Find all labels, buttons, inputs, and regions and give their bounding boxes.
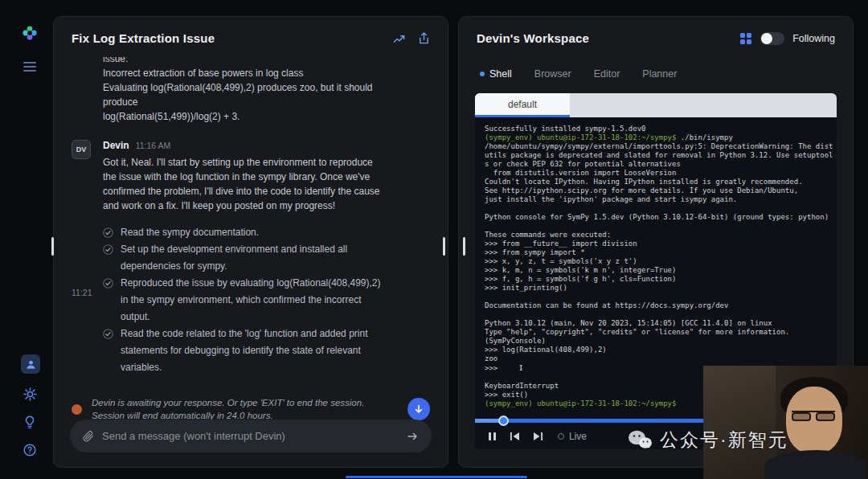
watermark: 公众号·新智元 — [627, 428, 788, 452]
checklist-item-time — [72, 241, 103, 254]
active-tab-dot — [480, 72, 485, 76]
webcam-overlay — [703, 366, 868, 479]
task-checklist: Read the sympy documentation.Set up the … — [72, 224, 432, 377]
workspace-header: Devin's Workspace Following — [477, 31, 835, 45]
progress-fill — [475, 419, 504, 423]
checklist-item-text: Set up the development environment and i… — [121, 241, 386, 275]
checklist-item-time — [72, 325, 103, 338]
checklist-item-text: Read the sympy documentation. — [121, 224, 386, 241]
terminal-line: from distutils.version import LooseVersi… — [485, 169, 827, 178]
workspace-left-scrollbar[interactable] — [463, 237, 465, 256]
chat-right-scrollbar[interactable] — [443, 237, 445, 256]
terminal-line: zoo — [485, 354, 827, 363]
check-circle-icon — [103, 244, 113, 255]
terminal-line: Couldn't locate IPython. Having IPython … — [485, 178, 827, 186]
terminal-line: just install the 'ipython' package and s… — [485, 195, 827, 204]
chat-header: Fix Log Extraction Issue — [72, 31, 430, 45]
session-title: Fix Log Extraction Issue — [72, 31, 215, 45]
terminal-line: Python console for SymPy 1.5.dev (Python… — [485, 213, 827, 222]
send-arrow-icon[interactable] — [407, 432, 419, 441]
help-icon[interactable] — [21, 441, 39, 459]
terminal-line: >>> init_printing() — [485, 284, 827, 293]
live-dot-icon — [558, 433, 564, 440]
checklist-item-time: 11:21 — [72, 275, 103, 297]
workspace-tabs: Shell Browser Editor Planner — [480, 68, 677, 80]
checklist-item-text: Implemented print debugging and identifi… — [121, 376, 386, 377]
chat-scroll-area[interactable]: issue: Incorrect extraction of base powe… — [72, 57, 432, 377]
chat-left-scrollbar[interactable] — [51, 237, 54, 256]
message-input-bar[interactable] — [70, 420, 432, 452]
terminal-line: >>> x, y, z, t = symbols('x y z t') — [485, 257, 827, 266]
devin-avatar: DV — [72, 140, 91, 159]
grid-apps-icon[interactable] — [739, 32, 752, 45]
check-circle-icon — [103, 278, 113, 289]
app-logo-icon[interactable] — [21, 24, 39, 42]
sessions-list-icon[interactable] — [21, 58, 39, 76]
webcam-person-shoulders — [764, 450, 867, 479]
live-indicator[interactable]: Live — [558, 431, 587, 442]
issue-line: log(Rational(51,499))/log(2) + 3. — [103, 109, 386, 124]
terminal-line: Successfully installed sympy-1.5.dev0 — [485, 125, 827, 133]
awaiting-status: Devin is awaiting your response. Or type… — [72, 396, 430, 422]
skip-to-start-button[interactable] — [510, 432, 520, 441]
terminal-line: >>> f, g, h = symbols('f g h', cls=Funct… — [485, 275, 827, 284]
terminal-line: >>> from sympy import * — [485, 248, 827, 257]
terminal-line: utils package is deprecated and slated f… — [485, 151, 827, 160]
watermark-text: 公众号·新智元 — [660, 428, 788, 452]
devin-message: DV Devin 11:16 AM Got it, Neal. I'll sta… — [72, 140, 432, 213]
metrics-chart-icon[interactable] — [392, 32, 407, 44]
live-label: Live — [569, 431, 587, 442]
share-icon[interactable] — [418, 31, 430, 45]
terminal-tabbar: default — [475, 93, 837, 117]
following-toggle[interactable] — [760, 32, 784, 45]
terminal-line: s or check PEP 632 for potential alterna… — [485, 160, 827, 169]
terminal-line — [485, 204, 827, 213]
issue-line: Incorrect extraction of base powers in l… — [103, 66, 386, 80]
video-scrubber[interactable] — [346, 476, 527, 478]
awaiting-text: Devin is awaiting your response. Or type… — [92, 396, 381, 422]
terminal-line: >>> from __future__ import division — [485, 240, 827, 248]
check-circle-icon — [103, 329, 113, 339]
message-text: Got it, Neal. I'll start by setting up t… — [103, 155, 383, 213]
checklist-item: Set up the development environment and i… — [72, 241, 432, 275]
terminal-line: Documentation can be found at https://do… — [485, 301, 827, 310]
terminal-line: >>> k, m, n = symbols('k m n', integer=T… — [485, 266, 827, 275]
status-dot — [72, 404, 82, 415]
scroll-to-bottom-button[interactable] — [407, 398, 430, 420]
wechat-icon — [627, 429, 653, 451]
check-circle-icon — [103, 227, 113, 238]
attachment-paperclip-icon[interactable] — [83, 431, 94, 442]
checklist-item: Read the sympy documentation. — [72, 224, 432, 241]
tab-shell[interactable]: Shell — [480, 68, 512, 80]
skip-to-end-button[interactable] — [533, 432, 543, 441]
terminal-line: (SymPyConsole) — [485, 337, 827, 346]
ideas-bulb-icon[interactable] — [21, 413, 39, 431]
webcam-background — [703, 366, 776, 479]
terminal-line: See http://ipython.scipy.org for more de… — [485, 186, 827, 195]
message-time: 11:16 AM — [136, 141, 171, 150]
following-label: Following — [792, 33, 835, 44]
checklist-item-text: Reproduced the issue by evaluating log(R… — [121, 275, 386, 325]
issue-line: issue: — [103, 57, 386, 66]
message-author: Devin — [103, 140, 129, 151]
terminal-line: Python 3.10.12 (main, Nov 20 2023, 15:14… — [485, 319, 827, 328]
tab-planner[interactable]: Planner — [642, 68, 677, 80]
terminal-line: >>> log(Rational(408,499),2) — [485, 346, 827, 354]
progress-knob[interactable] — [498, 416, 509, 426]
terminal-line — [485, 293, 827, 301]
tab-editor[interactable]: Editor — [594, 68, 620, 80]
pause-button[interactable] — [488, 432, 497, 441]
checklist-item: Implemented print debugging and identifi… — [72, 376, 432, 377]
workspace-title: Devin's Workspace — [477, 31, 589, 45]
terminal-line: (sympy_env) ubuntu@ip-172-31-18-102:~/sy… — [485, 133, 827, 142]
terminal-line — [485, 310, 827, 319]
terminal-tab-default[interactable]: default — [475, 93, 570, 117]
app-sidebar — [0, 0, 53, 479]
tab-browser[interactable]: Browser — [534, 68, 571, 80]
chat-panel: Fix Log Extraction Issue issue: Incorrec… — [53, 16, 448, 468]
account-icon[interactable] — [21, 354, 40, 374]
checklist-item-text: Read the code related to the 'log' funct… — [121, 325, 386, 376]
settings-gear-icon[interactable] — [21, 385, 39, 403]
terminal-line: Type "help", "copyright", "credits" or "… — [485, 328, 827, 337]
message-input[interactable] — [102, 430, 399, 442]
